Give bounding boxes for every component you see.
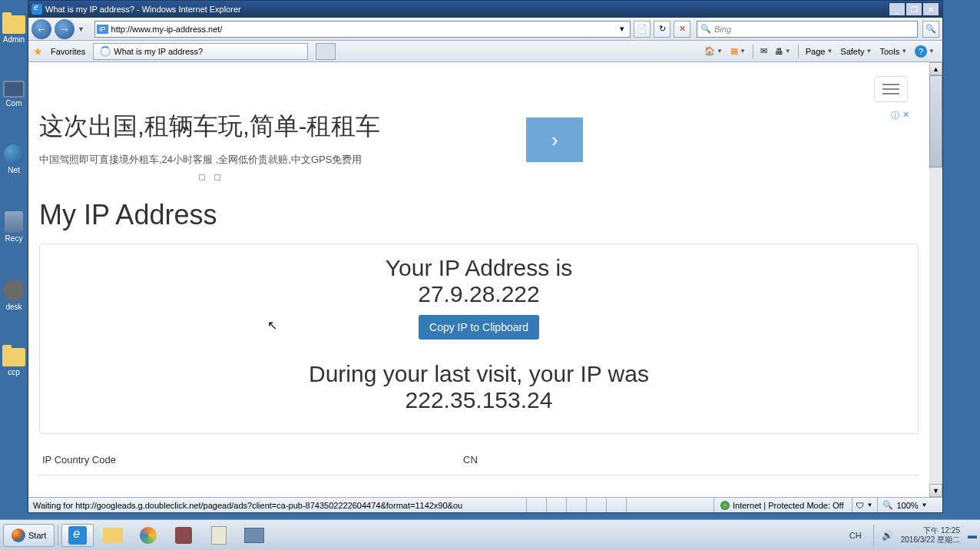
page-heading: My IP Address — [39, 199, 919, 231]
shield-icon: 🛡 — [856, 501, 864, 510]
row-key: IP Country Code — [42, 454, 463, 466]
forward-button[interactable]: → — [55, 19, 74, 39]
print-button[interactable]: 🖶▼ — [772, 45, 794, 58]
volume-icon[interactable]: 🔊 — [882, 530, 893, 541]
status-cell — [546, 498, 564, 512]
favorites-bar: ★ Favorites What is my IP address? 🏠▼ ▦▼… — [28, 41, 942, 62]
ie-window: What is my IP address? - Windows Interne… — [28, 0, 943, 513]
help-icon: ? — [915, 45, 927, 58]
page-menu[interactable]: Page▼ — [803, 45, 836, 58]
system-tray: CH 🔊 下午 12:25 2016/3/22 星期二 ▬ — [846, 525, 977, 546]
loading-spinner-icon — [100, 46, 111, 57]
notepad-icon — [211, 526, 227, 545]
zoom-value: 100% — [896, 501, 918, 510]
taskbar-app1[interactable] — [167, 524, 200, 547]
ad-pagination — [39, 174, 380, 181]
server-icon — [244, 528, 264, 543]
page-content: 这次出国,租辆车玩,简单-租租车 中国驾照即可直接境外租车,24小时客服 ,全网… — [28, 62, 929, 497]
command-bar: 🏠▼ ▦▼ ✉ 🖶▼ Page▼ Safety▼ Tools▼ ?▼ — [701, 44, 938, 59]
search-go-button[interactable]: 🔍 — [922, 21, 939, 38]
desktop: Admin Com Net Recy desk ccp — [0, 0, 28, 519]
scroll-thumb[interactable] — [929, 75, 942, 167]
search-placeholder: Bing — [714, 25, 731, 34]
ip-value: 27.9.28.222 — [55, 281, 902, 307]
ad-next-button[interactable]: › — [526, 118, 583, 162]
window-title: What is my IP address? - Windows Interne… — [45, 5, 241, 14]
zoom-control[interactable]: 🔍 100% ▼ — [877, 498, 932, 512]
taskbar-notepad[interactable] — [203, 524, 235, 547]
safety-menu[interactable]: Safety▼ — [837, 45, 875, 58]
security-zone[interactable]: Internet | Protected Mode: Off — [713, 498, 850, 512]
stop-button[interactable]: ✕ — [674, 21, 690, 38]
close-ad-icon[interactable]: ✕ — [902, 110, 909, 121]
taskbar-wmp[interactable] — [132, 524, 164, 547]
zoom-icon: 🔍 — [882, 500, 893, 510]
language-indicator[interactable]: CH — [846, 528, 866, 542]
status-cell — [566, 498, 584, 512]
desktop-icon-admin[interactable]: Admin — [2, 15, 25, 44]
recent-dropdown[interactable]: ▼ — [78, 25, 91, 33]
hamburger-menu[interactable] — [874, 76, 908, 102]
ad-close[interactable]: ⓘ✕ — [891, 110, 909, 121]
scroll-down-button[interactable]: ▼ — [929, 484, 942, 497]
scroll-up-button[interactable]: ▲ — [929, 62, 942, 75]
close-button[interactable]: ✕ — [922, 2, 939, 16]
desktop-icon-ccp[interactable]: ccp — [2, 348, 25, 376]
desktop-icon-network[interactable]: Net — [4, 144, 24, 174]
internet-zone-icon — [720, 501, 730, 510]
minimize-button[interactable]: _ — [889, 2, 906, 16]
search-bar[interactable]: 🔍 Bing — [697, 21, 918, 38]
ip-label: Your IP Address is — [55, 255, 902, 281]
site-badge: IP — [97, 25, 108, 34]
nav-toolbar: ← → ▼ IP http://www.my-ip-address.net/ ▾… — [28, 18, 942, 41]
windows-orb-icon — [12, 528, 25, 542]
desktop-icon-recycle[interactable]: Recy — [5, 211, 23, 243]
titlebar[interactable]: What is my IP address? - Windows Interne… — [28, 1, 942, 18]
tools-menu[interactable]: Tools▼ — [876, 45, 910, 58]
row-value: CN — [463, 454, 478, 466]
home-button[interactable]: 🏠▼ — [701, 45, 726, 58]
help-button[interactable]: ?▼ — [912, 44, 938, 59]
status-cell — [526, 498, 545, 512]
copy-ip-button[interactable]: Copy IP to Clipboard — [419, 315, 539, 340]
ad-banner[interactable]: 这次出国,租辆车玩,简单-租租车 中国驾照即可直接境外租车,24小时客服 ,全网… — [39, 110, 919, 181]
ie-icon — [68, 526, 87, 545]
content-area: 这次出国,租辆车玩,简单-租租车 中国驾照即可直接境外租车,24小时客服 ,全网… — [28, 62, 942, 497]
back-button[interactable]: ← — [31, 19, 51, 39]
ie-icon — [31, 4, 42, 15]
status-cell — [606, 498, 624, 512]
desktop-icon-desk[interactable]: desk — [3, 280, 25, 311]
last-ip-label: During your last visit, your IP was — [55, 361, 902, 387]
wmp-icon — [140, 527, 157, 544]
taskbar-server[interactable] — [238, 524, 270, 547]
table-row: IP Country Code CN — [39, 445, 919, 475]
taskbar-ie[interactable] — [61, 524, 94, 547]
refresh-button[interactable]: ↻ — [654, 21, 670, 38]
tab-active[interactable]: What is my IP address? — [93, 43, 308, 60]
clock[interactable]: 下午 12:25 2016/3/22 星期二 — [901, 526, 960, 545]
new-tab-button[interactable] — [316, 43, 336, 60]
compat-view-button[interactable]: 📄 — [634, 21, 651, 38]
app-icon — [175, 527, 192, 544]
start-button[interactable]: Start — [3, 524, 55, 547]
scroll-track[interactable] — [929, 167, 942, 484]
protected-mode-toggle[interactable]: 🛡▼ — [852, 498, 876, 512]
favorites-star-icon[interactable]: ★ — [33, 45, 43, 58]
read-mail-button[interactable]: ✉ — [757, 45, 770, 58]
desktop-icon-computer[interactable]: Com — [3, 81, 25, 108]
url-text: http://www.my-ip-address.net/ — [111, 25, 223, 34]
last-ip-value: 222.35.153.24 — [55, 387, 902, 413]
url-dropdown[interactable]: ▾ — [616, 24, 628, 34]
print-icon: 🖶 — [775, 47, 783, 56]
folder-icon — [103, 528, 123, 543]
feeds-button[interactable]: ▦▼ — [727, 45, 749, 58]
show-desktop-button[interactable]: ▬ — [968, 530, 977, 541]
vertical-scrollbar[interactable]: ▲ ▼ — [929, 62, 942, 497]
mail-icon: ✉ — [760, 46, 767, 56]
taskbar-explorer[interactable] — [97, 524, 129, 547]
maximize-button[interactable]: ❐ — [906, 2, 922, 16]
favorites-label[interactable]: Favorites — [51, 47, 85, 56]
progress-cell — [626, 498, 712, 512]
status-text: Waiting for http://googleads.g.doublecli… — [31, 501, 525, 510]
address-bar[interactable]: IP http://www.my-ip-address.net/ ▾ — [94, 21, 631, 38]
